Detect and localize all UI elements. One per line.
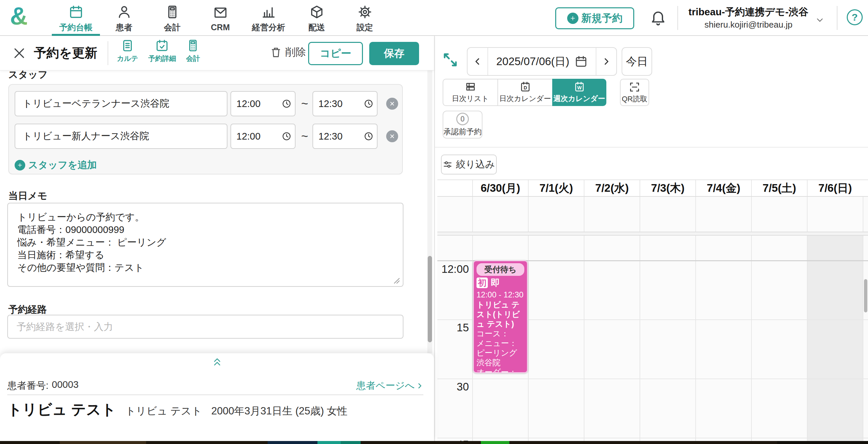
filter-button[interactable]: 絞り込み bbox=[441, 154, 497, 175]
today-button[interactable]: 今日 bbox=[622, 47, 652, 76]
staff-end-time-input[interactable]: 12:30 bbox=[312, 91, 377, 116]
gear-icon bbox=[357, 4, 373, 20]
textarea-resize-handle[interactable] bbox=[393, 277, 400, 285]
patient-number-label: 患者番号: bbox=[7, 379, 49, 392]
event-markers: 初 即 bbox=[476, 277, 524, 289]
delete-button[interactable]: 削除 bbox=[270, 45, 306, 59]
event-detail-line: ピーリング bbox=[476, 348, 524, 358]
daily-calendar-view-button[interactable]: D 日次カレンダー bbox=[497, 79, 553, 106]
staff-start-time-input[interactable]: 12:00 bbox=[230, 124, 296, 149]
patient-birth-gender: 2000年3月31日生 (25歳) 女性 bbox=[211, 404, 347, 418]
time-label: 12:00 bbox=[437, 263, 469, 275]
staff-section: トリビューベテランナース渋谷院 12:00 ~ 12:30 bbox=[8, 84, 403, 175]
same-day-badge: 即 bbox=[491, 277, 500, 289]
delete-label: 削除 bbox=[285, 45, 306, 59]
daily-list-view-button[interactable]: 日次リスト bbox=[443, 79, 498, 106]
staff-name-input[interactable]: トリビュー新人ナース渋谷院 bbox=[14, 124, 227, 149]
time-column-header bbox=[437, 180, 472, 196]
accounting-label: 会計 bbox=[186, 54, 200, 63]
accounting-button[interactable]: 会計 bbox=[186, 38, 200, 63]
clipboard-icon bbox=[121, 38, 134, 53]
filter-sliders-icon bbox=[443, 159, 453, 170]
patient-page-link[interactable]: 患者ページへ bbox=[356, 379, 423, 392]
staff-end-time-input[interactable]: 12:30 bbox=[312, 124, 377, 149]
account-menu[interactable]: tribeau-予約連携デモ-渋谷 shieru.kojiri@tribeau.… bbox=[683, 5, 814, 30]
nav-tab-settings[interactable]: 設定 bbox=[341, 0, 389, 35]
day-header[interactable]: 7/3(木) bbox=[640, 180, 695, 196]
calendar-icon bbox=[575, 55, 588, 68]
help-icon: ? bbox=[852, 12, 858, 23]
patient-name-row: トリビュ テスト トリビュ テスト 2000年3月31日生 (25歳) 女性 bbox=[7, 400, 347, 419]
desktop-fragment bbox=[481, 441, 509, 444]
day-header[interactable]: 7/5(土) bbox=[751, 180, 807, 196]
nav-tab-analytics[interactable]: 経営分析 bbox=[244, 0, 292, 35]
karte-label: カルテ bbox=[117, 54, 138, 63]
remove-staff-button[interactable] bbox=[386, 130, 398, 142]
collapse-sheet-button[interactable] bbox=[212, 357, 222, 366]
new-reservation-button[interactable]: 新規予約 bbox=[555, 7, 634, 29]
bar-chart-icon bbox=[261, 4, 276, 20]
nav-tab-label: CRM bbox=[211, 23, 230, 32]
daily-calendar-icon: D bbox=[520, 81, 531, 92]
left-panel-scrollbar-thumb[interactable] bbox=[428, 256, 432, 342]
desktop-fragment bbox=[341, 441, 361, 444]
next-day-button[interactable] bbox=[596, 48, 616, 75]
week-grid[interactable]: 12:00 15 30 45 受付待ち 初 即 12:00 - 12:30 トリ… bbox=[437, 197, 868, 441]
calendar-check-icon bbox=[155, 38, 169, 53]
day-memo-textarea[interactable]: トリビューからの予約です。 電話番号：09000000999 悩み・希望メニュー… bbox=[7, 203, 403, 287]
calendar-scrollbar-thumb[interactable] bbox=[864, 279, 867, 313]
app-logo[interactable]: & bbox=[10, 2, 28, 30]
nav-tab-reservation-book[interactable]: 予約台帳 bbox=[52, 0, 100, 35]
editor-title: 予約を更新 bbox=[34, 45, 97, 61]
reservation-event-card[interactable]: 受付待ち 初 即 12:00 - 12:30 トリビュ テスト(トリビュ テスト… bbox=[473, 260, 528, 373]
reservation-detail-button[interactable]: 予約詳細 bbox=[148, 38, 176, 63]
svg-text:W: W bbox=[577, 85, 582, 90]
sunday-shaded-column bbox=[808, 236, 863, 441]
reservation-route-input[interactable] bbox=[7, 315, 403, 339]
end-time-value: 12:30 bbox=[318, 98, 343, 109]
qr-scan-button[interactable]: QR読取 bbox=[620, 79, 649, 106]
nav-tab-accounting[interactable]: 会計 bbox=[148, 0, 196, 35]
end-time-value: 12:30 bbox=[318, 131, 343, 142]
new-reservation-label: 新規予約 bbox=[582, 11, 623, 25]
chevron-down-icon[interactable] bbox=[815, 16, 824, 23]
nav-tab-crm[interactable]: CRM bbox=[196, 0, 244, 35]
notification-bell-icon[interactable] bbox=[650, 9, 667, 27]
prev-day-button[interactable] bbox=[468, 48, 488, 75]
view-label: 日次リスト bbox=[452, 94, 489, 104]
karte-button[interactable]: カルテ bbox=[117, 38, 138, 63]
trash-icon bbox=[270, 46, 282, 58]
clock-icon bbox=[282, 131, 291, 141]
view-switcher: 日次リスト D 日次カレンダー W 週次カレンダー bbox=[443, 79, 606, 106]
day-header[interactable]: 7/1(火) bbox=[528, 180, 584, 196]
nav-tab-delivery[interactable]: 配送 bbox=[292, 0, 341, 35]
help-button[interactable]: ? bbox=[847, 9, 863, 25]
pending-reservations-button[interactable]: 0 承認前予約 bbox=[443, 111, 483, 139]
day-header[interactable]: 7/6(日) bbox=[807, 180, 863, 196]
desktop-fragment bbox=[268, 441, 317, 444]
start-time-value: 12:00 bbox=[237, 98, 261, 109]
day-header[interactable]: 7/2(水) bbox=[584, 180, 640, 196]
expand-panel-icon[interactable] bbox=[442, 52, 458, 68]
package-box-icon bbox=[309, 4, 324, 20]
event-detail-line: オーダー： bbox=[476, 367, 524, 373]
editor-toolbar: カルテ 予約詳細 会計 bbox=[117, 38, 200, 63]
week-header-row: 6/30(月) 7/1(火) 7/2(水) 7/3(木) 7/4(金) 7/5(… bbox=[437, 179, 868, 197]
nav-tab-patients[interactable]: 患者 bbox=[100, 0, 148, 35]
memo-section-label: 当日メモ bbox=[8, 189, 47, 203]
day-header[interactable]: 6/30(月) bbox=[472, 180, 528, 196]
staff-section-label: スタッフ bbox=[8, 70, 48, 82]
section-separator bbox=[437, 232, 868, 236]
staff-name-input[interactable]: トリビューベテランナース渋谷院 bbox=[14, 91, 227, 116]
add-staff-button[interactable]: スタッフを追加 bbox=[14, 158, 97, 172]
staff-start-time-input[interactable]: 12:00 bbox=[230, 91, 296, 116]
nav-tab-label: 会計 bbox=[164, 22, 181, 33]
save-button[interactable]: 保存 bbox=[369, 42, 419, 65]
day-header[interactable]: 7/4(金) bbox=[695, 180, 751, 196]
add-staff-label: スタッフを追加 bbox=[28, 158, 97, 172]
date-picker[interactable]: 2025/07/06(日) bbox=[488, 48, 596, 75]
close-icon[interactable] bbox=[12, 46, 27, 60]
remove-staff-button[interactable] bbox=[386, 98, 398, 110]
copy-button[interactable]: コピー bbox=[308, 42, 363, 65]
weekly-calendar-view-button[interactable]: W 週次カレンダー bbox=[552, 79, 606, 106]
